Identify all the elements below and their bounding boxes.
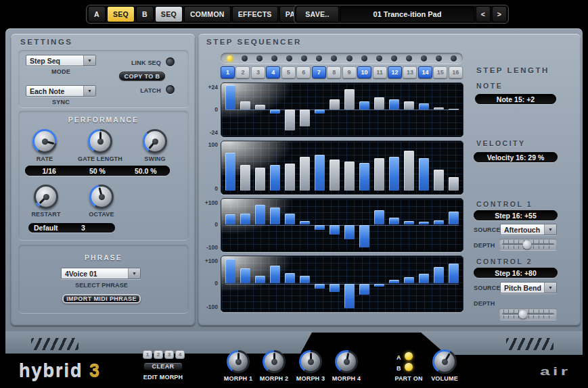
step-button-13[interactable]: 13 <box>403 66 417 78</box>
control2-bar-12[interactable] <box>389 280 399 284</box>
control2-bar-14[interactable] <box>419 274 429 284</box>
note-bar-2[interactable] <box>240 101 250 110</box>
control1-bar-6[interactable] <box>300 221 310 224</box>
preset-next-button[interactable]: > <box>492 6 507 22</box>
preset-display[interactable]: 01 Trance-ition Pad <box>340 6 474 22</box>
control1-bar-16[interactable] <box>449 212 459 224</box>
velocity-graph[interactable] <box>221 141 463 195</box>
step-button-2[interactable]: 2 <box>235 66 250 78</box>
step-button-11[interactable]: 11 <box>373 66 387 78</box>
control1-depth-slider[interactable] <box>499 239 557 250</box>
step-button-9[interactable]: 9 <box>342 66 357 78</box>
control1-bar-11[interactable] <box>374 210 384 224</box>
velocity-bar-4[interactable] <box>270 165 280 191</box>
control1-depth-handle[interactable] <box>523 240 532 249</box>
mode-dropdown[interactable]: Step Seq ▼ <box>26 55 96 66</box>
note-bar-7[interactable] <box>315 110 325 114</box>
step-button-8[interactable]: 8 <box>327 66 341 78</box>
velocity-bar-5[interactable] <box>285 164 295 191</box>
note-bar-1[interactable] <box>225 85 235 110</box>
save-button[interactable]: SAVE.. <box>296 6 339 22</box>
control1-bar-8[interactable] <box>330 225 340 235</box>
step-button-14[interactable]: 14 <box>418 66 432 78</box>
velocity-bar-15[interactable] <box>434 170 444 191</box>
control2-bar-5[interactable] <box>285 273 295 284</box>
step-button-10[interactable]: 10 <box>357 66 371 78</box>
control1-bar-7[interactable] <box>315 225 325 230</box>
control2-bar-11[interactable] <box>374 284 384 287</box>
preset-prev-button[interactable]: < <box>476 6 491 22</box>
rate-knob[interactable] <box>32 129 57 153</box>
step-button-16[interactable]: 16 <box>449 66 463 78</box>
note-bar-6[interactable] <box>300 110 310 126</box>
step-button-15[interactable]: 15 <box>433 66 447 78</box>
velocity-bar-11[interactable] <box>374 158 384 191</box>
velocity-bar-9[interactable] <box>344 162 355 191</box>
note-bar-10[interactable] <box>359 101 369 110</box>
control1-bar-9[interactable] <box>344 225 355 240</box>
step-button-1[interactable]: 1 <box>221 66 235 78</box>
note-bar-12[interactable] <box>389 99 399 110</box>
copy-to-b-button[interactable]: COPY TO B <box>119 72 165 80</box>
control1-source-dropdown[interactable]: Aftertouch ▼ <box>500 224 557 235</box>
tab-common[interactable]: COMMON <box>184 6 231 22</box>
morph-select-1-button[interactable]: 1 <box>143 350 152 359</box>
tab-b[interactable]: B <box>136 6 154 22</box>
latch-led[interactable] <box>166 85 175 94</box>
control2-bar-16[interactable] <box>449 264 459 284</box>
note-bar-13[interactable] <box>404 101 414 110</box>
velocity-bar-3[interactable] <box>255 168 265 191</box>
step-button-12[interactable]: 12 <box>388 66 402 78</box>
control2-bar-10[interactable] <box>359 284 369 295</box>
note-bar-9[interactable] <box>344 89 355 110</box>
morph-select-3-button[interactable]: 3 <box>164 350 174 359</box>
morph1-knob[interactable] <box>227 350 250 373</box>
note-graph[interactable] <box>221 82 463 137</box>
step-button-7[interactable]: 7 <box>312 66 326 78</box>
morph-select-4-button[interactable]: 4 <box>175 350 185 359</box>
note-bar-3[interactable] <box>255 105 265 110</box>
velocity-bar-16[interactable] <box>449 177 459 191</box>
control1-bar-5[interactable] <box>285 214 295 225</box>
control1-bar-1[interactable] <box>225 214 235 225</box>
note-bar-15[interactable] <box>434 107 444 110</box>
note-bar-5[interactable] <box>285 110 295 130</box>
control1-bar-14[interactable] <box>419 222 429 224</box>
note-bar-11[interactable] <box>374 97 384 110</box>
morph2-knob[interactable] <box>263 350 286 373</box>
note-bar-14[interactable] <box>419 103 429 110</box>
tab-a-seq[interactable]: SEQ <box>107 6 135 22</box>
morph-select-2-button[interactable]: 2 <box>154 350 163 359</box>
velocity-bar-6[interactable] <box>300 157 310 190</box>
control2-bar-13[interactable] <box>404 277 414 283</box>
note-bar-16[interactable] <box>449 109 459 110</box>
tab-effects[interactable]: EFFECTS <box>232 6 278 22</box>
step-button-3[interactable]: 3 <box>251 66 265 78</box>
control2-bar-4[interactable] <box>270 266 280 284</box>
control2-bar-15[interactable] <box>434 267 444 283</box>
control2-bar-7[interactable] <box>315 284 325 289</box>
velocity-bar-8[interactable] <box>330 160 340 191</box>
velocity-bar-12[interactable] <box>389 157 399 190</box>
control1-bar-12[interactable] <box>389 218 399 225</box>
control2-bar-1[interactable] <box>225 259 235 284</box>
step-button-4[interactable]: 4 <box>266 66 280 78</box>
control2-depth-handle[interactable] <box>519 310 528 318</box>
control1-bar-15[interactable] <box>434 220 444 224</box>
tab-a[interactable]: A <box>88 6 106 22</box>
volume-knob[interactable] <box>432 349 457 374</box>
control1-graph[interactable] <box>221 198 463 252</box>
note-bar-4[interactable] <box>270 110 280 114</box>
octave-knob[interactable] <box>89 185 114 209</box>
control2-bar-8[interactable] <box>330 284 340 293</box>
velocity-bar-2[interactable] <box>240 165 250 191</box>
control2-bar-3[interactable] <box>255 276 265 283</box>
tab-b-seq[interactable]: SEQ <box>155 6 183 22</box>
clear-button[interactable]: CLEAR <box>143 362 183 370</box>
control2-bar-9[interactable] <box>344 284 355 309</box>
step-button-6[interactable]: 6 <box>296 66 311 78</box>
part-a-led[interactable] <box>405 352 413 360</box>
morph3-knob[interactable] <box>299 350 322 373</box>
link-seq-led[interactable] <box>166 57 175 66</box>
step-button-5[interactable]: 5 <box>281 66 296 78</box>
